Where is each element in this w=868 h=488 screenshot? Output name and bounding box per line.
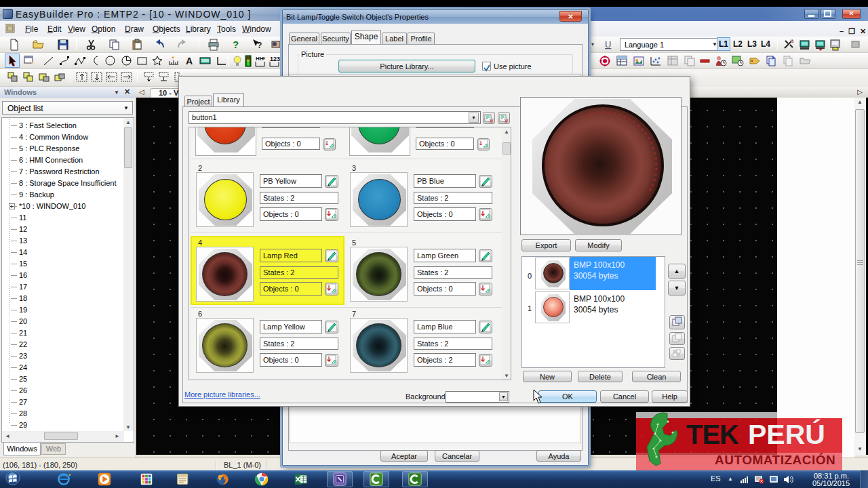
svg-text:?: ?: [233, 39, 239, 50]
svg-text:?: ?: [257, 41, 262, 50]
svg-text:U: U: [605, 39, 611, 49]
svg-text:A: A: [186, 56, 193, 66]
svg-text:123: 123: [270, 56, 280, 62]
